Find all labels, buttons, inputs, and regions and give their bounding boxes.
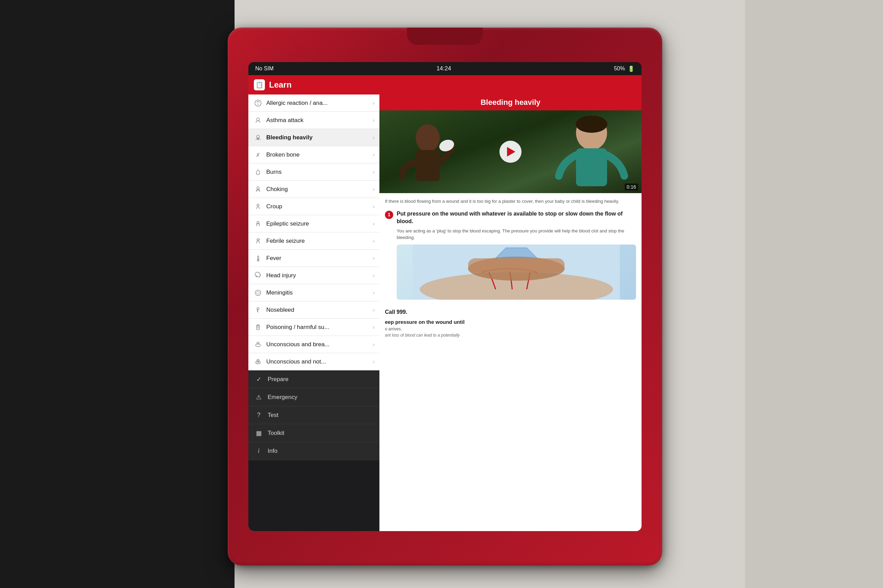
emergency-icon: ⚠ bbox=[255, 393, 263, 401]
sidebar-item-choking[interactable]: Choking › bbox=[248, 181, 379, 198]
svg-point-3 bbox=[256, 135, 259, 138]
fever-icon bbox=[253, 254, 263, 263]
choking-label: Choking bbox=[266, 186, 369, 193]
time-label: 14:24 bbox=[436, 65, 451, 72]
content-panel: Bleeding heavily bbox=[379, 94, 642, 531]
nosebleed-arrow: › bbox=[373, 307, 375, 313]
sidebar-item-febrile[interactable]: Febrile seizure › bbox=[248, 232, 379, 250]
svg-rect-19 bbox=[416, 150, 440, 181]
unconscious-b-arrow: › bbox=[373, 341, 375, 348]
burns-arrow: › bbox=[373, 169, 375, 175]
sidebar-item-meningitis[interactable]: Meningitis › bbox=[248, 284, 379, 302]
content-title: Bleeding heavily bbox=[480, 98, 541, 107]
head-icon bbox=[253, 271, 263, 280]
app-icon-symbol: 📋 bbox=[256, 81, 263, 88]
status-bar: No SIM 14:24 50% 🔋 bbox=[248, 62, 642, 75]
febrile-label: Febrile seizure bbox=[266, 238, 369, 244]
croup-label: Croup bbox=[266, 203, 369, 210]
fever-arrow: › bbox=[373, 255, 375, 261]
toolkit-icon: ▦ bbox=[255, 429, 263, 437]
febrile-icon bbox=[253, 236, 263, 246]
head-label: Head injury bbox=[266, 272, 369, 279]
burns-label: Burns bbox=[266, 169, 369, 176]
sidebar-item-fever[interactable]: Fever › bbox=[248, 250, 379, 267]
broken-label: Broken bone bbox=[266, 152, 369, 158]
emergency-label: Emergency bbox=[268, 394, 297, 401]
carrier-label: No SIM bbox=[255, 66, 273, 72]
app-icon: 📋 bbox=[254, 80, 265, 90]
epileptic-arrow: › bbox=[373, 221, 375, 227]
croup-icon bbox=[253, 202, 263, 212]
broken-icon bbox=[253, 150, 263, 160]
status-right: 50% 🔋 bbox=[614, 66, 635, 72]
svg-point-9 bbox=[257, 260, 259, 261]
sidebar-item-head[interactable]: Head injury › bbox=[248, 267, 379, 284]
unconscious-n-icon bbox=[253, 357, 263, 367]
step-1-desc: You are acting as a 'plug' to stop the b… bbox=[385, 228, 636, 241]
nav-item-prepare[interactable]: ✓ Prepare bbox=[248, 370, 379, 388]
video-timer: 0:16 bbox=[625, 183, 638, 190]
sidebar-item-poisoning[interactable]: Poisoning / harmful su... › bbox=[248, 319, 379, 336]
allergic-icon bbox=[253, 98, 263, 108]
article-intro: If there is blood flowing from a wound a… bbox=[385, 198, 636, 205]
sidebar-item-broken[interactable]: Broken bone › bbox=[248, 146, 379, 164]
header-title: Learn bbox=[269, 80, 291, 90]
meningitis-arrow: › bbox=[373, 290, 375, 296]
asthma-label: Asthma attack bbox=[266, 117, 369, 124]
sidebar-item-croup[interactable]: Croup › bbox=[248, 198, 379, 215]
svg-rect-23 bbox=[576, 148, 607, 186]
illustration-image bbox=[397, 244, 636, 300]
sidebar-item-burns[interactable]: Burns › bbox=[248, 164, 379, 181]
unconscious-n-arrow: › bbox=[373, 358, 375, 365]
bleeding-label: Bleeding heavily bbox=[266, 134, 369, 141]
svg-point-11 bbox=[256, 291, 259, 294]
asthma-arrow: › bbox=[373, 117, 375, 123]
battery-label: 50% bbox=[614, 66, 625, 72]
step-1-header: 1 Put pressure on the wound with whateve… bbox=[385, 210, 636, 225]
video-container[interactable]: 0:16 bbox=[379, 110, 642, 193]
sidebar-item-unconscious-n[interactable]: Unconscious and not... › bbox=[248, 353, 379, 370]
nosebleed-label: Nosebleed bbox=[266, 307, 369, 314]
sidebar-item-unconscious-b[interactable]: Unconscious and brea... › bbox=[248, 336, 379, 353]
sidebar-item-nosebleed[interactable]: Nosebleed › bbox=[248, 302, 379, 319]
burns-icon bbox=[253, 167, 263, 177]
step-2-note: ant loss of blood can lead to a potentia… bbox=[385, 332, 636, 338]
step-2-title: eep pressure on the wound until bbox=[385, 318, 636, 326]
svg-point-1 bbox=[258, 104, 259, 105]
nav-item-info[interactable]: i Info bbox=[248, 442, 379, 460]
video-figure-2 bbox=[549, 114, 635, 193]
allergic-label: Allergic reaction / ana... bbox=[266, 100, 369, 106]
svg-point-0 bbox=[255, 100, 261, 106]
meningitis-label: Meningitis bbox=[266, 290, 369, 296]
poisoning-label: Poisoning / harmful su... bbox=[266, 324, 369, 331]
nav-item-emergency[interactable]: ⚠ Emergency bbox=[248, 388, 379, 406]
allergic-arrow: › bbox=[373, 100, 375, 106]
svg-point-22 bbox=[576, 116, 607, 133]
fever-label: Fever bbox=[266, 255, 369, 262]
test-icon: ? bbox=[255, 411, 263, 418]
play-button[interactable] bbox=[499, 141, 522, 163]
svg-point-5 bbox=[257, 204, 259, 206]
sidebar-item-bleeding[interactable]: Bleeding heavily › bbox=[248, 129, 379, 146]
epileptic-icon bbox=[253, 219, 263, 229]
poisoning-icon bbox=[253, 322, 263, 332]
step-2-partial: eep pressure on the wound until o arrive… bbox=[385, 318, 636, 339]
content-header: Bleeding heavily bbox=[379, 94, 642, 110]
sidebar-item-allergic[interactable]: Allergic reaction / ana... › bbox=[248, 94, 379, 112]
nav-item-test[interactable]: ? Test bbox=[248, 406, 379, 424]
background-left bbox=[0, 0, 235, 588]
test-label: Test bbox=[268, 412, 278, 418]
svg-point-12 bbox=[257, 308, 259, 310]
asthma-icon bbox=[253, 116, 263, 125]
call-999-text: Call 999. bbox=[385, 304, 636, 318]
sidebar-item-asthma[interactable]: Asthma attack › bbox=[248, 112, 379, 129]
wound-illustration bbox=[385, 244, 636, 300]
svg-point-10 bbox=[255, 290, 261, 296]
sidebar-item-epileptic[interactable]: Epileptic seizure › bbox=[248, 215, 379, 232]
app-content: Allergic reaction / ana... › Asthma atta… bbox=[248, 94, 642, 531]
prepare-icon: ✓ bbox=[255, 375, 263, 383]
svg-point-7 bbox=[257, 238, 259, 241]
nav-item-toolkit[interactable]: ▦ Toolkit bbox=[248, 424, 379, 442]
svg-point-18 bbox=[416, 124, 440, 152]
background-right bbox=[745, 0, 883, 588]
